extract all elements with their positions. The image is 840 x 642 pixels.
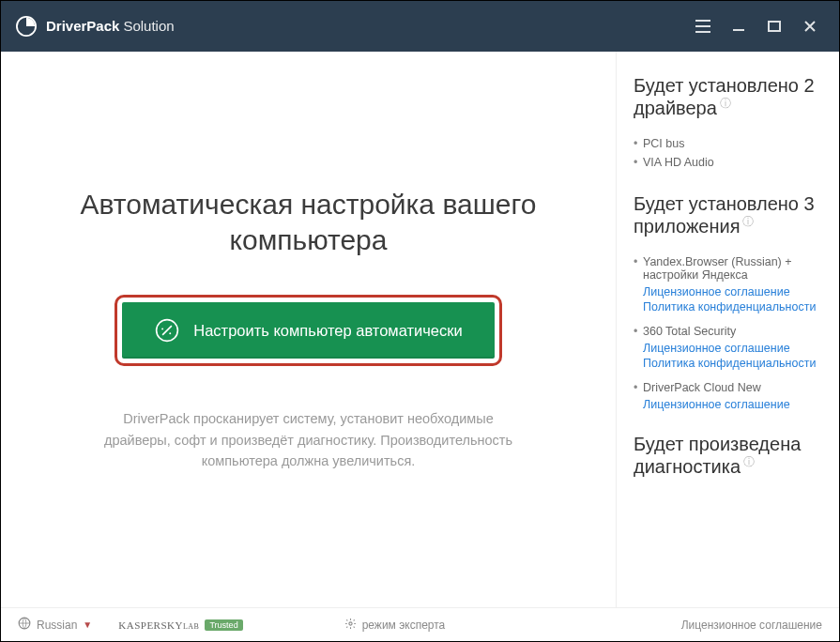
privacy-link[interactable]: Политика конфиденциальности xyxy=(634,356,824,371)
drivers-list: PCI bus VIA HD Audio xyxy=(634,134,824,172)
main-description: DriverPack просканирует систему, установ… xyxy=(93,408,525,471)
footer-bar: Russian ▼ KASPERSKYLAB Trusted режим экс… xyxy=(1,607,839,641)
wand-icon xyxy=(154,317,180,344)
app-logo: DriverPackSolution xyxy=(16,16,175,37)
cta-highlight-frame: Настроить компьютер автоматически xyxy=(115,295,502,366)
help-icon[interactable]: ⓘ xyxy=(743,455,755,468)
list-item: VIA HD Audio xyxy=(634,153,824,172)
cta-label: Настроить компьютер автоматически xyxy=(193,322,463,340)
license-link[interactable]: Лицензионное соглашение xyxy=(634,341,824,356)
configure-automatically-button[interactable]: Настроить компьютер автоматически xyxy=(122,302,495,359)
list-item: 360 Total Security xyxy=(634,322,824,341)
main-heading: Автоматическая настройка вашего компьюте… xyxy=(29,187,588,257)
privacy-link[interactable]: Политика конфиденциальности xyxy=(634,299,824,314)
help-icon[interactable]: ⓘ xyxy=(720,97,731,110)
list-item: PCI bus xyxy=(634,134,824,153)
language-label: Russian xyxy=(37,619,77,632)
diagnostics-heading: Будет произведена диагностикаⓘ xyxy=(634,433,824,478)
expert-mode-toggle[interactable]: режим эксперта xyxy=(344,618,446,633)
globe-icon xyxy=(18,617,31,633)
driverpack-logo-icon xyxy=(16,16,37,37)
drivers-heading: Будет установлено 2 драйвераⓘ xyxy=(634,74,824,119)
apps-list: Yandex.Browser (Russian) + настройки Янд… xyxy=(634,252,824,412)
list-item: Yandex.Browser (Russian) + настройки Янд… xyxy=(634,252,824,284)
svg-point-6 xyxy=(349,621,352,624)
maximize-button[interactable] xyxy=(756,11,792,41)
language-selector[interactable]: Russian ▼ xyxy=(18,617,92,633)
menu-button[interactable] xyxy=(685,11,721,41)
gear-icon xyxy=(344,618,357,633)
license-link[interactable]: Лицензионное соглашение xyxy=(634,397,824,412)
expert-label: режим эксперта xyxy=(362,619,446,632)
chevron-down-icon: ▼ xyxy=(83,619,92,630)
close-button[interactable] xyxy=(792,11,828,41)
main-panel: Автоматическая настройка вашего компьюте… xyxy=(1,52,616,607)
brand-bold: DriverPackSolution xyxy=(46,18,175,35)
help-icon[interactable]: ⓘ xyxy=(742,215,754,228)
sidebar: Будет установлено 2 драйвераⓘ PCI bus VI… xyxy=(616,52,839,607)
minimize-button[interactable] xyxy=(721,11,756,41)
license-link[interactable]: Лицензионное соглашение xyxy=(634,284,824,299)
apps-heading: Будет установлено 3 приложенияⓘ xyxy=(634,192,824,237)
title-bar: DriverPackSolution xyxy=(1,1,839,52)
kaspersky-label: KASPERSKYLAB xyxy=(118,619,199,631)
footer-license-link[interactable]: Лицензионное соглашение xyxy=(681,619,822,632)
svg-rect-1 xyxy=(769,22,780,31)
kaspersky-trusted: KASPERSKYLAB Trusted xyxy=(118,619,242,631)
list-item: DriverPack Cloud New xyxy=(634,378,824,397)
content-area: Автоматическая настройка вашего компьюте… xyxy=(1,52,839,607)
svg-point-3 xyxy=(161,329,163,330)
svg-point-4 xyxy=(170,333,172,335)
trusted-badge: Trusted xyxy=(205,619,242,631)
